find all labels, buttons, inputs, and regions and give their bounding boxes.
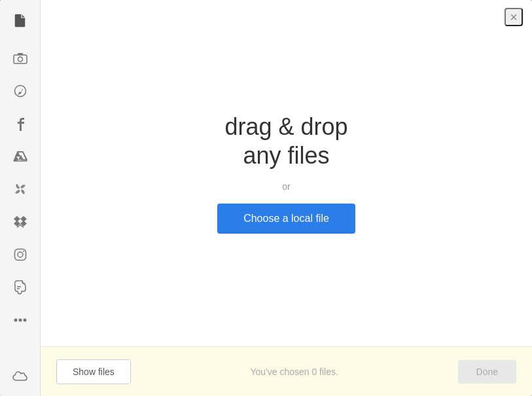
sidebar bbox=[0, 0, 41, 396]
footer: Show files You've chosen 0 files. Done bbox=[41, 346, 532, 396]
svg-rect-0 bbox=[14, 55, 27, 63]
svg-point-13 bbox=[14, 319, 17, 322]
svg-point-9 bbox=[19, 188, 22, 190]
svg-rect-2 bbox=[18, 53, 23, 55]
main-content: × drag & drop any files or Choose a loca… bbox=[41, 0, 532, 396]
sidebar-item-google-drive[interactable] bbox=[5, 141, 35, 171]
sidebar-item-more[interactable] bbox=[5, 305, 35, 335]
sidebar-item-compass[interactable] bbox=[5, 76, 35, 106]
sidebar-item-local-file[interactable] bbox=[5, 5, 35, 35]
modal: × drag & drop any files or Choose a loca… bbox=[0, 0, 532, 396]
svg-point-15 bbox=[23, 319, 26, 322]
svg-point-3 bbox=[14, 86, 26, 97]
or-label: or bbox=[282, 181, 290, 192]
choose-local-file-button[interactable]: Choose a local file bbox=[217, 204, 355, 234]
sidebar-item-camera[interactable] bbox=[5, 43, 35, 73]
close-button[interactable]: × bbox=[505, 8, 523, 26]
svg-point-12 bbox=[23, 251, 24, 252]
show-files-button[interactable]: Show files bbox=[56, 359, 131, 384]
svg-rect-10 bbox=[14, 249, 26, 261]
sidebar-item-cloud[interactable] bbox=[5, 361, 35, 391]
drag-drop-text: drag & drop any files bbox=[224, 113, 347, 169]
sidebar-item-dropbox[interactable] bbox=[5, 207, 35, 237]
svg-point-11 bbox=[18, 252, 23, 257]
chosen-files-text: You've chosen 0 files. bbox=[250, 367, 338, 377]
sidebar-item-facebook[interactable] bbox=[5, 109, 35, 139]
svg-point-14 bbox=[18, 319, 22, 322]
sidebar-item-pinwheel[interactable] bbox=[5, 174, 35, 204]
sidebar-item-evernote[interactable] bbox=[5, 272, 35, 302]
svg-point-1 bbox=[18, 57, 22, 62]
sidebar-item-instagram[interactable] bbox=[5, 240, 35, 270]
done-button[interactable]: Done bbox=[458, 360, 516, 384]
dropzone: drag & drop any files or Choose a local … bbox=[41, 0, 532, 346]
